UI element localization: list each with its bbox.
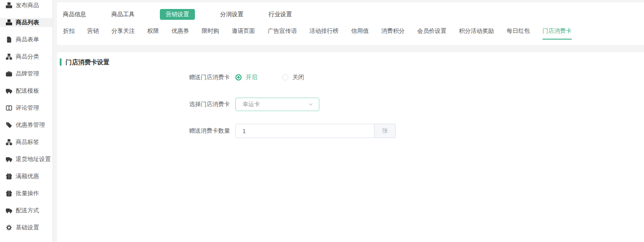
gift-icon	[6, 190, 12, 197]
gift-toggle-radio-group: 开启 关闭	[235, 73, 304, 81]
subtab-member-price[interactable]: 会员价设置	[417, 27, 446, 40]
sidebar-item-label: 商品列表	[16, 18, 39, 27]
form-item-card-select: 选择门店消费卡 幸运卡	[60, 98, 644, 111]
cubes-icon	[6, 2, 12, 9]
sidebar-item-product-list[interactable]: 商品列表	[0, 18, 53, 27]
store-card-select[interactable]: 幸运卡	[235, 98, 319, 111]
briefcase-icon	[6, 71, 12, 77]
subtab-permissions[interactable]: 权限	[147, 27, 159, 40]
sidebar-item-publish-product[interactable]: 发布商品	[0, 1, 53, 10]
store-card-select-value: 幸运卡	[243, 100, 308, 108]
sidebar-item-label: 满额优惠	[16, 172, 39, 180]
sidebar-item-label: 优惠券管理	[16, 121, 45, 129]
sidebar-item-label: 商品分类	[16, 53, 39, 61]
sidebar-item-label: 批量操作	[16, 189, 39, 197]
gear-icon	[6, 224, 12, 231]
cubes-icon	[6, 19, 12, 26]
sitemap-icon	[6, 54, 12, 60]
sidebar-item-label: 评论管理	[16, 104, 39, 112]
primary-tabs: 商品信息 商品工具 营销设置 分润设置 行业设置	[63, 9, 644, 20]
subtab-ad-slogan[interactable]: 广告宣传语	[268, 27, 297, 40]
sidebar-item-product-form[interactable]: 商品表单	[0, 35, 53, 44]
sidebar-item-label: 品牌管理	[16, 70, 39, 78]
truck-icon	[6, 156, 12, 162]
sidebar-item-label: 发布商品	[16, 1, 39, 9]
store-card-settings-panel: 门店消费卡设置 赠送门店消费卡 开启 关闭 选择门店消费卡 幸运卡	[57, 52, 644, 242]
subtab-discount[interactable]: 折扣	[63, 27, 75, 40]
sidebar-item-label: 基础设置	[16, 224, 39, 232]
sidebar-item-full-amount-discount[interactable]: 满额优惠	[0, 172, 53, 181]
store-card-form: 赠送门店消费卡 开启 关闭 选择门店消费卡 幸运卡 赠送消费卡数量	[60, 73, 644, 138]
sidebar-item-delivery-template[interactable]: 配送模板	[0, 86, 53, 95]
sidebar-item-delivery-method[interactable]: 配送方式	[0, 206, 53, 215]
quantity-label: 赠送消费卡数量	[60, 127, 230, 135]
secondary-tabs: 折扣 营销 分享关注 权限 优惠券 限时购 邀请页面 广告宣传语 活动排行榜 信…	[63, 27, 644, 40]
subtab-daily-redpacket[interactable]: 每日红包	[507, 27, 530, 40]
sitemap-icon	[6, 139, 12, 145]
radio-on-label[interactable]: 开启	[246, 73, 257, 81]
sidebar-item-brand-management[interactable]: 品牌管理	[0, 69, 53, 78]
subtab-points-reward[interactable]: 积分活动奖励	[459, 27, 494, 40]
form-item-quantity: 赠送消费卡数量 1 张	[60, 124, 644, 138]
section-title: 门店消费卡设置	[60, 58, 110, 66]
sidebar-item-label: 商品标签	[16, 138, 39, 146]
sidebar: 发布商品 商品列表 商品表单 商品分类 品牌管理 配送模板 评论管理 优惠券管理…	[0, 0, 53, 242]
sidebar-item-product-tags[interactable]: 商品标签	[0, 138, 53, 147]
sidebar-item-product-category[interactable]: 商品分类	[0, 52, 53, 61]
sidebar-item-label: 配送方式	[16, 206, 39, 215]
tab-industry-settings[interactable]: 行业设置	[269, 9, 292, 20]
sidebar-item-review-management[interactable]: 评论管理	[0, 103, 53, 112]
file-icon	[6, 36, 12, 43]
sidebar-item-batch-operations[interactable]: 批量操作	[0, 189, 53, 198]
subtab-credit-value[interactable]: 信用值	[351, 27, 369, 40]
tab-product-info[interactable]: 商品信息	[63, 9, 86, 20]
tabs-panel: 商品信息 商品工具 营销设置 分润设置 行业设置 折扣 营销 分享关注 权限 优…	[57, 2, 644, 45]
columns-icon	[6, 105, 12, 111]
quantity-unit-addon: 张	[375, 124, 396, 138]
sidebar-item-label: 退货地址设置	[16, 155, 51, 163]
subtab-marketing[interactable]: 营销	[87, 27, 99, 40]
subtab-invite-page[interactable]: 邀请页面	[232, 27, 255, 40]
truck-icon	[6, 207, 12, 214]
radio-option-on: 开启	[235, 73, 257, 81]
subtab-activity-ranking[interactable]: 活动排行榜	[309, 27, 339, 40]
gift-toggle-label: 赠送门店消费卡	[60, 73, 230, 81]
chevron-down-icon	[308, 102, 313, 107]
subtab-consume-points[interactable]: 消费积分	[381, 27, 405, 40]
tab-profit-settings[interactable]: 分润设置	[220, 9, 243, 20]
subtab-share-follow[interactable]: 分享关注	[111, 27, 135, 40]
radio-off-icon[interactable]	[282, 74, 288, 81]
tab-product-tools[interactable]: 商品工具	[111, 9, 135, 20]
radio-option-off: 关闭	[282, 73, 304, 81]
tab-marketing-settings[interactable]: 营销设置	[160, 9, 195, 20]
gift-icon	[6, 173, 12, 179]
tag-icon	[6, 122, 12, 128]
truck-icon	[6, 88, 12, 94]
sidebar-item-return-address-settings[interactable]: 退货地址设置	[0, 155, 53, 164]
subtab-store-card[interactable]: 门店消费卡	[543, 27, 572, 40]
subtab-flash-sale[interactable]: 限时购	[202, 27, 219, 40]
radio-on-icon[interactable]	[235, 74, 242, 81]
sidebar-item-coupon-management[interactable]: 优惠券管理	[0, 121, 53, 130]
sidebar-item-label: 商品表单	[16, 36, 39, 44]
quantity-input-group: 1 张	[235, 124, 396, 138]
quantity-input[interactable]: 1	[235, 124, 375, 138]
radio-off-label[interactable]: 关闭	[292, 73, 304, 81]
form-item-gift-toggle: 赠送门店消费卡 开启 关闭	[60, 73, 644, 81]
sidebar-item-label: 配送模板	[16, 87, 39, 95]
sidebar-item-basic-settings[interactable]: 基础设置	[0, 223, 53, 232]
card-select-label: 选择门店消费卡	[60, 100, 230, 108]
subtab-coupon[interactable]: 优惠券	[172, 27, 189, 40]
